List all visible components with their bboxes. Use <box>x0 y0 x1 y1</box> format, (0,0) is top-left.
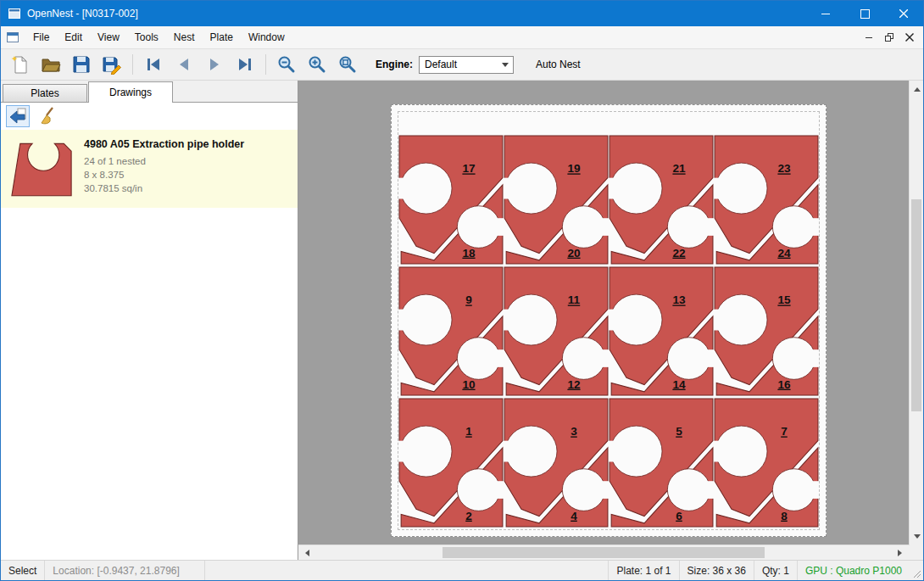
clear-button[interactable] <box>36 105 60 127</box>
new-button[interactable] <box>8 53 33 76</box>
save-as-button[interactable] <box>99 53 125 76</box>
app-window: OpenNest - [N0317-002] File Edit View To… <box>0 0 924 581</box>
part-number: 11 <box>568 294 581 307</box>
zoom-fit-button[interactable] <box>335 53 360 76</box>
save-edit-icon <box>102 54 122 75</box>
arrow-left-icon <box>302 550 309 556</box>
part-number: 13 <box>672 294 686 307</box>
menu-view[interactable]: View <box>90 27 127 47</box>
scroll-left-button[interactable] <box>298 545 313 560</box>
part-number: 16 <box>777 378 791 391</box>
menu-plate[interactable]: Plate <box>203 27 241 47</box>
nest-canvas[interactable]: 1718 1920 2122 2324 910 1112 1314 1516 1… <box>298 81 923 560</box>
part-thumbnail <box>8 140 75 201</box>
arrow-down-icon <box>914 534 921 542</box>
zoom-in-icon <box>307 54 327 75</box>
go-previous-button[interactable] <box>171 53 197 76</box>
tab-plates-label: Plates <box>31 87 58 99</box>
engine-select[interactable]: Default <box>419 56 514 74</box>
nested-part-pair[interactable]: 56 <box>609 397 714 528</box>
send-to-plate-button[interactable] <box>6 105 30 127</box>
nested-part-pair[interactable]: 12 <box>398 397 504 528</box>
maximize-button[interactable] <box>845 1 884 26</box>
part-number: 2 <box>465 510 472 522</box>
tab-strip: Plates Drawings <box>1 81 298 102</box>
window-title: OpenNest - [N0317-002] <box>27 8 138 20</box>
scroll-right-button[interactable] <box>894 545 909 560</box>
part-number: 12 <box>567 378 580 391</box>
part-number: 5 <box>676 426 682 439</box>
status-mode: Select <box>1 561 45 580</box>
open-folder-icon <box>41 54 61 75</box>
zoom-out-button[interactable] <box>274 53 299 76</box>
plate[interactable]: 1718 1920 2122 2324 910 1112 1314 1516 1… <box>391 104 827 537</box>
auto-nest-button[interactable]: Auto Nest <box>531 55 586 74</box>
nested-part-pair[interactable]: 1516 <box>714 265 819 397</box>
go-first-button[interactable] <box>141 53 166 76</box>
vertical-scrollbar[interactable] <box>909 81 923 545</box>
open-button[interactable] <box>38 53 64 76</box>
minimize-button[interactable] <box>806 1 845 26</box>
zoom-in-button[interactable] <box>304 53 330 76</box>
minimize-icon <box>821 14 830 14</box>
part-number: 23 <box>777 163 791 176</box>
nested-part-pair[interactable]: 34 <box>504 397 609 528</box>
nested-part-pair[interactable]: 78 <box>714 397 819 528</box>
go-next-icon <box>204 54 225 75</box>
menu-edit[interactable]: Edit <box>57 27 90 47</box>
horizontal-scroll-thumb[interactable] <box>443 547 765 558</box>
go-last-icon <box>235 54 255 75</box>
status-size: Size: 36 x 36 <box>679 561 754 580</box>
part-number: 9 <box>465 294 472 307</box>
mdi-minimize-button[interactable] <box>859 29 879 46</box>
vertical-scroll-thumb[interactable] <box>911 199 921 411</box>
close-button[interactable] <box>884 1 923 26</box>
close-icon <box>899 9 908 18</box>
new-file-icon <box>10 54 31 75</box>
nested-part-pair[interactable]: 1314 <box>609 265 714 397</box>
resize-grip[interactable] <box>910 561 923 580</box>
broom-icon <box>38 106 58 126</box>
nested-part-pair[interactable]: 910 <box>398 265 504 397</box>
mdi-close-icon <box>905 33 914 42</box>
mdi-restore-button[interactable] <box>879 29 899 46</box>
menu-window[interactable]: Window <box>241 27 292 47</box>
menu-tools[interactable]: Tools <box>127 27 166 47</box>
status-qty: Qty: 1 <box>754 561 797 580</box>
part-number: 21 <box>672 163 686 176</box>
app-icon <box>8 7 21 20</box>
horizontal-scrollbar[interactable] <box>298 545 909 560</box>
save-button[interactable] <box>69 53 94 76</box>
nested-part-pair[interactable]: 2122 <box>609 134 714 265</box>
nested-part-pair[interactable]: 2324 <box>714 134 819 265</box>
tab-plates[interactable]: Plates <box>3 84 87 102</box>
chevron-down-icon <box>502 63 509 70</box>
go-next-button[interactable] <box>202 53 227 76</box>
scroll-down-button[interactable] <box>910 531 923 545</box>
mdi-close-button[interactable] <box>899 29 920 46</box>
menu-file[interactable]: File <box>25 27 57 47</box>
menu-nest[interactable]: Nest <box>166 27 203 47</box>
menu-bar: File Edit View Tools Nest Plate Window <box>1 26 923 49</box>
part-number: 19 <box>567 163 581 176</box>
status-location: Location: [-0.9437, 21.8796] <box>45 561 205 580</box>
nested-part-pair[interactable]: 1920 <box>504 134 609 265</box>
go-previous-icon <box>174 54 194 75</box>
part-number: 14 <box>672 378 686 391</box>
go-last-button[interactable] <box>232 53 258 76</box>
title-bar: OpenNest - [N0317-002] <box>1 1 923 26</box>
status-spacer <box>205 561 608 580</box>
part-number: 15 <box>777 294 791 307</box>
tab-drawings-label: Drawings <box>109 87 152 98</box>
toolbar-separator <box>265 54 266 75</box>
drawing-list-item[interactable]: 4980 A05 Extraction pipe holder 24 of 1 … <box>1 130 298 208</box>
tab-drawings[interactable]: Drawings <box>88 81 173 103</box>
part-number: 8 <box>781 510 788 522</box>
part-number: 1 <box>465 426 472 439</box>
scroll-up-button[interactable] <box>910 81 923 95</box>
part-number: 10 <box>462 378 475 391</box>
nested-part-pair[interactable]: 1112 <box>504 265 609 397</box>
part-number: 3 <box>571 426 577 439</box>
scrollbar-corner <box>909 545 923 560</box>
nested-part-pair[interactable]: 1718 <box>398 134 504 265</box>
